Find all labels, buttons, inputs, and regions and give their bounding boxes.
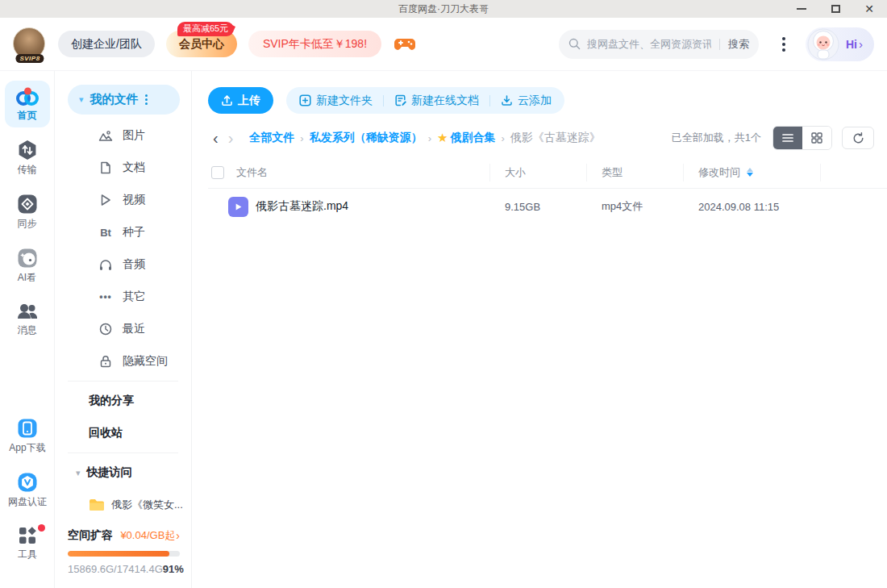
gamepad-icon[interactable] [394,36,415,52]
sidebar-item-hidden-space[interactable]: 隐藏空间 [55,345,191,377]
sidebar-item-other[interactable]: ••• 其它 [55,281,191,313]
star-icon: ★ [437,131,448,145]
rail-label: AI看 [18,271,36,285]
file-name[interactable]: 俄影古墓迷踪.mp4 [256,199,348,214]
divider [383,95,384,106]
app-window: 百度网盘·刀刀大表哥 ✕ SVIP8 创建企业/团队 会员中心 最高减65元 S… [0,0,887,588]
transfer-icon [17,140,38,161]
sort-icons[interactable] [747,168,753,177]
my-files-label: 我的文件 [90,92,139,107]
column-header-modified[interactable]: 修改时间 [684,164,821,181]
storage-panel: 空间扩容 ¥0.04/GB起 › 15869.6G/17414.4G91% [68,528,180,575]
sidebar-item-audio[interactable]: 音频 [55,248,191,281]
back-icon[interactable]: ‹ [208,130,223,146]
more-menu-icon[interactable] [770,31,797,58]
create-team-button[interactable]: 创建企业/团队 [58,31,155,57]
table-row[interactable]: 俄影古墓迷踪.mp4 9.15GB mp4文件 2024.09.08 11:15 [208,189,887,224]
table-header: 文件名 大小 类型 修改时间 [208,156,887,189]
file-type: mp4文件 [587,199,684,214]
window-controls: ✕ [795,0,881,18]
sidebar-item-quick-access[interactable]: ▾ 快捷访问 [55,457,191,489]
file-table: 文件名 大小 类型 修改时间 [208,156,887,224]
search-box[interactable]: 搜索 [559,30,759,59]
sidebar-item-quick-folder[interactable]: 俄影《微笑女... [55,489,191,521]
rail-item-sync[interactable]: 同步 [5,189,50,236]
header-right: 搜索 Hi › [559,27,874,61]
svip-promo-button[interactable]: SVIP年卡低至￥198! [248,31,381,57]
search-icon [568,38,581,50]
sidebar-item-my-shares[interactable]: 我的分享 [55,385,191,417]
rail-item-messages[interactable]: 消息 [5,297,50,342]
video-file-icon [228,197,248,217]
rail-label: 同步 [18,217,37,231]
grid-view-icon [811,132,822,144]
breadcrumb-separator: › [501,132,504,144]
storage-price-link[interactable]: ¥0.04/GB起 [120,528,175,543]
nav-rail: 首页 传输 同步 [0,71,55,588]
more-dots-icon[interactable] [145,94,148,105]
rail-item-certification[interactable]: 网盘认证 [5,467,50,514]
quick-access-label: 快捷访问 [87,465,132,480]
breadcrumb-separator: › [428,132,431,144]
breadcrumb-row: ‹ › 全部文件 › 私发系列（稀缺资源） › ★ 俄剧合集 › 俄影《古墓迷踪… [208,126,887,150]
breadcrumb-item[interactable]: 俄剧合集 [450,131,495,145]
sync-icon [17,194,38,215]
category-label: 隐藏空间 [123,354,168,369]
select-all-checkbox[interactable] [211,166,224,179]
folder-icon [89,498,105,511]
minimize-button[interactable] [795,2,808,15]
audio-icon [97,259,115,271]
storage-expand-label: 空间扩容 [68,528,113,543]
column-header-type[interactable]: 类型 [587,164,684,181]
sidebar-item-torrents[interactable]: Bt 种子 [55,216,191,248]
breadcrumb-current: 俄影《古墓迷踪》 [510,131,601,145]
new-doc-icon [394,94,406,106]
list-view-button[interactable] [773,127,802,149]
sidebar-item-my-files[interactable]: ▾ 我的文件 [68,85,180,115]
sidebar-item-recycle-bin[interactable]: 回收站 [55,417,191,449]
search-input[interactable] [587,38,711,50]
category-label: 文档 [123,161,145,175]
rail-label: 消息 [18,323,37,337]
column-header-size[interactable]: 大小 [490,164,587,181]
rail-item-tools[interactable]: 工具 [5,521,50,566]
rail-item-app-download[interactable]: App下载 [5,413,50,460]
category-label: 种子 [123,225,145,240]
rail-item-home[interactable]: 首页 [5,81,50,127]
cloud-add-button[interactable]: 云添加 [501,94,552,108]
rail-item-ai-view[interactable]: AI看 [5,243,50,290]
breadcrumb-item[interactable]: 全部文件 [249,131,294,145]
grid-view-button[interactable] [802,127,831,149]
sidebar-item-pictures[interactable]: 图片 [55,119,191,152]
file-size: 9.15GB [490,201,587,213]
upload-button[interactable]: 上传 [208,87,273,114]
new-online-doc-button[interactable]: 新建在线文档 [394,94,479,108]
account-pill[interactable]: Hi › [806,27,874,61]
refresh-button[interactable] [842,127,874,149]
sidebar-item-recent[interactable]: 最近 [55,313,191,345]
sidebar-item-videos[interactable]: 视频 [55,184,191,216]
divider [489,95,490,106]
upload-label: 上传 [238,94,260,108]
ai-view-icon [17,248,38,269]
forward-icon[interactable]: › [223,130,239,146]
user-vip-avatar[interactable]: SVIP8 [13,27,47,61]
column-header-name[interactable]: 文件名 [208,164,490,181]
category-label: 视频 [123,193,145,207]
close-icon: ✕ [864,3,874,15]
breadcrumb-item[interactable]: 私发系列（稀缺资源） [310,131,423,145]
rail-label: 网盘认证 [8,495,47,509]
rail-item-transfer[interactable]: 传输 [5,135,50,181]
avatar [807,28,839,60]
caret-down-icon: ▾ [79,94,84,105]
new-folder-button[interactable]: 新建文件夹 [299,94,373,108]
titlebar: 百度网盘·刀刀大表哥 ✕ [0,0,887,18]
close-button[interactable]: ✕ [863,2,876,15]
search-button[interactable]: 搜索 [728,37,749,52]
divider [68,452,178,453]
certification-icon [17,472,38,493]
storage-progress-fill [68,551,169,557]
maximize-button[interactable] [829,2,842,15]
sidebar-item-documents[interactable]: 文档 [55,152,191,184]
file-modified: 2024.09.08 11:15 [684,201,821,213]
